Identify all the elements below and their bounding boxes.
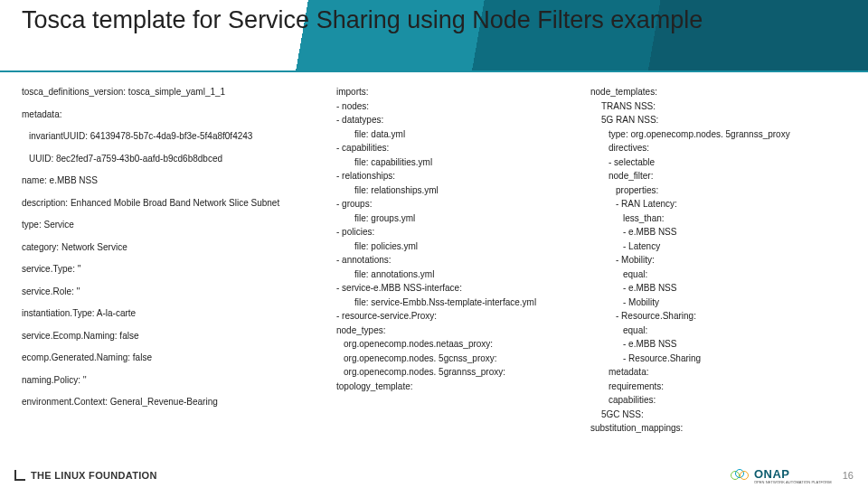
- yaml-line: - Resource.Sharing: [583, 352, 846, 366]
- yaml-line: - groups:: [336, 197, 567, 211]
- yaml-line: imports:: [336, 85, 567, 99]
- yaml-line: type: org.openecomp.nodes. 5grannss_prox…: [583, 127, 846, 142]
- yaml-line: - RAN Latency:: [583, 197, 846, 211]
- yaml-line: service.Role: '': [22, 285, 320, 299]
- yaml-line: topology_template:: [336, 380, 567, 394]
- yaml-line: - e.MBB NSS: [583, 225, 846, 239]
- yaml-column-1: tosca_definitions_version: tosca_simple_…: [22, 85, 320, 436]
- yaml-line: - policies:: [336, 225, 567, 239]
- yaml-line: - Resource.Sharing:: [583, 309, 846, 324]
- yaml-line: org.openecomp.nodes. 5grannss_proxy:: [336, 365, 567, 380]
- yaml-line: - selectable: [583, 155, 846, 170]
- yaml-line: - resource-service.Proxy:: [336, 309, 567, 324]
- yaml-line: - e.MBB NSS: [583, 281, 846, 296]
- yaml-line: file: groups.yml: [336, 211, 567, 226]
- yaml-line: equal:: [583, 324, 846, 338]
- yaml-line: - Mobility:: [583, 253, 846, 267]
- lf-square-icon: [14, 470, 25, 481]
- yaml-line: 5G RAN NSS:: [583, 113, 846, 127]
- yaml-line: node_filter:: [583, 169, 846, 183]
- onap-subtext: OPEN NETWORK AUTOMATION PLATFORM: [754, 481, 832, 484]
- page-number: 16: [843, 470, 854, 481]
- yaml-line: org.openecomp.nodes. 5gcnss_proxy:: [336, 352, 567, 366]
- yaml-line: file: service-Embb.Nss-template-interfac…: [336, 296, 567, 310]
- yaml-line: - Latency: [583, 239, 846, 254]
- yaml-line: substitution_mappings:: [583, 421, 846, 436]
- yaml-line: node_types:: [336, 324, 567, 338]
- yaml-line: category: Network Service: [22, 240, 320, 255]
- yaml-line: TRANS NSS:: [583, 99, 846, 114]
- onap-logo: ONAP OPEN NETWORK AUTOMATION PLATFORM: [731, 467, 832, 484]
- slide-body: tosca_definitions_version: tosca_simple_…: [0, 72, 868, 436]
- yaml-line: file: data.yml: [336, 127, 567, 142]
- yaml-line: naming.Policy: '': [22, 373, 320, 388]
- yaml-line: org.openecomp.nodes.netaas_proxy:: [336, 337, 567, 352]
- yaml-line: capabilities:: [583, 393, 846, 408]
- yaml-line: - capabilities:: [336, 141, 567, 155]
- yaml-line: - service-e.MBB NSS-interface:: [336, 281, 567, 296]
- yaml-line: name: e.MBB NSS: [22, 174, 320, 188]
- yaml-line: description: Enhanced Mobile Broad Band …: [22, 196, 320, 211]
- yaml-line: - datatypes:: [336, 113, 567, 127]
- yaml-line: less_than:: [583, 211, 846, 226]
- yaml-line: service.Type: '': [22, 262, 320, 277]
- yaml-line: ecomp.Generated.Naming: false: [22, 351, 320, 365]
- slide-header: Tosca template for Service Sharing using…: [0, 0, 868, 72]
- yaml-line: - relationships:: [336, 169, 567, 183]
- yaml-line: - e.MBB NSS: [583, 337, 846, 352]
- yaml-line: invariantUUID: 64139478-5b7c-4da9-bf3e-5…: [22, 129, 320, 144]
- yaml-line: metadata:: [583, 365, 846, 380]
- linux-foundation-logo: THE LINUX FOUNDATION: [14, 470, 157, 481]
- yaml-line: file: policies.yml: [336, 239, 567, 254]
- yaml-line: properties:: [583, 183, 846, 198]
- yaml-line: requirements:: [583, 380, 846, 394]
- slide-title: Tosca template for Service Sharing using…: [22, 5, 846, 36]
- yaml-line: file: relationships.yml: [336, 183, 567, 198]
- yaml-line: service.Ecomp.Naming: false: [22, 329, 320, 343]
- onap-rings-icon: [731, 469, 749, 482]
- onap-text: ONAP: [754, 467, 832, 481]
- yaml-line: file: capabilities.yml: [336, 155, 567, 170]
- yaml-line: file: annotations.yml: [336, 267, 567, 282]
- yaml-line: - nodes:: [336, 99, 567, 114]
- yaml-line: - Mobility: [583, 296, 846, 310]
- lf-text: THE LINUX FOUNDATION: [31, 470, 157, 481]
- yaml-line: type: Service: [22, 218, 320, 232]
- yaml-line: environment.Context: General_Revenue-Bea…: [22, 395, 320, 409]
- yaml-line: instantiation.Type: A-la-carte: [22, 306, 320, 321]
- yaml-line: - annotations:: [336, 253, 567, 267]
- yaml-line: UUID: 8ec2fed7-a759-43b0-aafd-b9cd6b8dbc…: [22, 152, 320, 166]
- yaml-column-2: imports:- nodes:- datatypes:file: data.y…: [336, 85, 567, 436]
- yaml-line: equal:: [583, 267, 846, 282]
- yaml-line: tosca_definitions_version: tosca_simple_…: [22, 85, 320, 99]
- yaml-column-3: node_templates:TRANS NSS:5G RAN NSS:type…: [583, 85, 846, 436]
- header-underline: [0, 70, 868, 72]
- slide-footer: THE LINUX FOUNDATION ONAP OPEN NETWORK A…: [0, 463, 868, 488]
- yaml-line: node_templates:: [583, 85, 846, 99]
- yaml-line: directives:: [583, 141, 846, 155]
- yaml-line: 5GC NSS:: [583, 408, 846, 422]
- yaml-line: metadata:: [22, 108, 320, 122]
